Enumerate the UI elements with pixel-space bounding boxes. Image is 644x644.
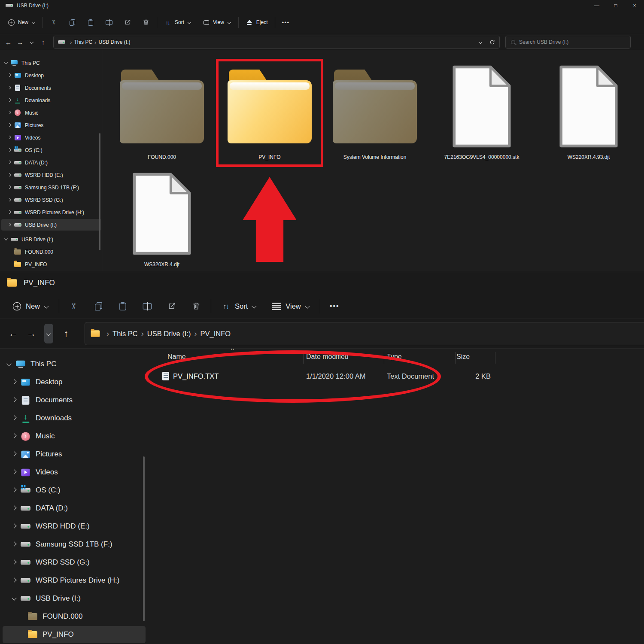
maximize-button[interactable]: □ bbox=[606, 0, 625, 11]
sidebar-item-pictures[interactable]: Pictures bbox=[3, 446, 146, 463]
paste-button[interactable] bbox=[113, 298, 133, 314]
view-button[interactable]: View bbox=[267, 298, 315, 314]
cut-button[interactable]: ✂ bbox=[64, 298, 84, 314]
sidebar-item-usb-drive-i[interactable]: USB Drive (I:) bbox=[3, 590, 146, 607]
sidebar-item-found-000[interactable]: FOUND.000 bbox=[1, 246, 101, 258]
share-button[interactable] bbox=[162, 298, 182, 314]
chevron-icon[interactable] bbox=[6, 134, 13, 141]
chevron-icon[interactable] bbox=[3, 60, 10, 67]
sidebar-item-wsrd-hdd-e[interactable]: WSRD HDD (E:) bbox=[1, 169, 101, 181]
chevron-icon[interactable] bbox=[6, 97, 13, 104]
chevron-icon[interactable] bbox=[10, 540, 20, 549]
column-divider[interactable] bbox=[455, 352, 456, 364]
file-item-ws320xr-4-djt[interactable]: WS320XR.4.djt bbox=[112, 166, 211, 267]
chevron-icon[interactable] bbox=[10, 504, 20, 513]
chevron-icon[interactable] bbox=[10, 522, 20, 531]
sidebar-item-pictures[interactable]: Pictures bbox=[1, 119, 101, 131]
sidebar-item-wsrd-ssd-g[interactable]: WSRD SSD (G:) bbox=[3, 554, 146, 571]
chevron-icon[interactable] bbox=[6, 85, 13, 91]
forward-button[interactable]: → bbox=[14, 36, 26, 48]
sidebar-item-documents[interactable]: Documents bbox=[3, 392, 146, 409]
new-button[interactable]: New bbox=[7, 298, 54, 314]
column-divider[interactable] bbox=[495, 352, 495, 364]
sidebar-item-wsrd-pictures-drive-h[interactable]: WSRD Pictures Drive (H:) bbox=[1, 207, 101, 218]
chevron-icon[interactable] bbox=[10, 431, 20, 441]
sort-button[interactable]: ↑↓ Sort bbox=[216, 298, 262, 314]
search-box[interactable] bbox=[505, 36, 631, 49]
chevron-icon[interactable] bbox=[6, 159, 13, 166]
chevron-icon[interactable] bbox=[6, 109, 13, 116]
sidebar-item-desktop[interactable]: Desktop bbox=[1, 70, 101, 81]
address-bar[interactable]: › This PC › USB Drive (I:) › PV_INFO bbox=[85, 322, 644, 345]
refresh-icon[interactable] bbox=[489, 39, 495, 45]
share-button[interactable] bbox=[120, 16, 135, 28]
sidebar-item-wsrd-pictures-drive-h[interactable]: WSRD Pictures Drive (H:) bbox=[3, 572, 146, 589]
forward-button[interactable]: → bbox=[22, 323, 40, 344]
sidebar-item-pv-info[interactable]: PV_INFO bbox=[1, 258, 101, 270]
cut-button[interactable]: ✂ bbox=[46, 16, 61, 28]
sidebar-item-videos[interactable]: Videos bbox=[3, 464, 146, 481]
more-button[interactable]: ••• bbox=[278, 17, 294, 28]
address-dropdown-icon[interactable] bbox=[478, 40, 483, 44]
sidebar-item-samsung-ssd-1tb-f[interactable]: Samsung SSD 1TB (F:) bbox=[1, 182, 101, 193]
sidebar-item-usb-drive-i[interactable]: USB Drive (I:) bbox=[1, 219, 101, 231]
sidebar-item-wsrd-hdd-e[interactable]: WSRD HDD (E:) bbox=[3, 518, 146, 535]
sidebar-item-data-d[interactable]: DATA (D:) bbox=[1, 157, 101, 168]
rename-button[interactable] bbox=[137, 298, 157, 314]
sidebar-item-documents[interactable]: Documents bbox=[1, 82, 101, 94]
breadcrumb-this-pc[interactable]: › This PC bbox=[68, 39, 92, 46]
sidebar-item-pv-info[interactable]: PV_INFO bbox=[3, 626, 146, 643]
sidebar-item-os-c[interactable]: OS (C:) bbox=[1, 144, 101, 156]
breadcrumb-usb-drive-i[interactable]: › USB Drive (I:) bbox=[138, 329, 191, 338]
column-header-size[interactable]: Size bbox=[456, 350, 470, 363]
sidebar-item-this-pc[interactable]: This PC bbox=[3, 355, 146, 373]
chevron-icon[interactable] bbox=[6, 72, 13, 79]
sidebar-item-desktop[interactable]: Desktop bbox=[3, 374, 146, 391]
sidebar-item-usb-drive-i[interactable]: USB Drive (I:) bbox=[1, 234, 101, 245]
file-item-found-000[interactable]: FOUND.000 bbox=[112, 59, 211, 160]
minimize-button[interactable]: — bbox=[587, 0, 606, 11]
paste-button[interactable] bbox=[83, 16, 98, 28]
chevron-icon[interactable] bbox=[6, 261, 13, 268]
chevron-icon[interactable] bbox=[10, 395, 20, 405]
sidebar-item-samsung-ssd-1tb-f[interactable]: Samsung SSD 1TB (F:) bbox=[3, 536, 146, 553]
chevron-icon[interactable] bbox=[10, 377, 20, 387]
file-item-7e2163og9vls4-00000000-stk[interactable]: 7E2163OG9VLS4_00000000.stk bbox=[432, 59, 531, 160]
breadcrumb-pv-info[interactable]: › PV_INFO bbox=[191, 329, 231, 338]
chevron-icon[interactable] bbox=[10, 558, 20, 567]
sidebar-item-os-c[interactable]: OS (C:) bbox=[3, 482, 146, 499]
sidebar-item-videos[interactable]: Videos bbox=[1, 132, 101, 143]
sidebar-item-this-pc[interactable]: This PC bbox=[1, 57, 101, 69]
sidebar-item-downloads[interactable]: Downloads bbox=[1, 94, 101, 106]
sidebar-item-found-000[interactable]: FOUND.000 bbox=[3, 608, 146, 625]
chevron-icon[interactable] bbox=[10, 594, 20, 603]
file-item-system-volume-information[interactable]: System Volume Information bbox=[325, 59, 424, 160]
recent-locations-button[interactable] bbox=[26, 36, 37, 48]
copy-button[interactable] bbox=[88, 298, 108, 314]
chevron-icon[interactable] bbox=[6, 184, 13, 191]
eject-button[interactable]: Eject bbox=[242, 16, 272, 28]
chevron-icon[interactable] bbox=[6, 147, 13, 154]
copy-button[interactable] bbox=[64, 16, 80, 28]
file-item-ws220xr-4-93-djt[interactable]: WS220XR.4.93.djt bbox=[539, 59, 638, 160]
rename-button[interactable] bbox=[101, 16, 117, 28]
breadcrumb-usb-drive-i[interactable]: › USB Drive (I:) bbox=[92, 39, 130, 46]
chevron-icon[interactable] bbox=[10, 450, 20, 459]
sidebar-item-wsrd-ssd-g[interactable]: WSRD SSD (G:) bbox=[1, 194, 101, 206]
sort-button[interactable]: ↑↓ Sort bbox=[160, 16, 195, 28]
chevron-icon[interactable] bbox=[6, 249, 13, 255]
recent-locations-button[interactable] bbox=[44, 324, 53, 343]
up-button[interactable]: ↑ bbox=[37, 36, 49, 48]
sidebar-item-data-d[interactable]: DATA (D:) bbox=[3, 500, 146, 517]
chevron-icon[interactable] bbox=[10, 576, 20, 585]
sidebar-scrollbar[interactable] bbox=[143, 456, 145, 621]
chevron-icon[interactable] bbox=[10, 486, 20, 495]
chevron-icon[interactable] bbox=[6, 197, 13, 204]
delete-button[interactable] bbox=[186, 298, 206, 314]
back-button[interactable]: ← bbox=[4, 323, 22, 344]
back-button[interactable]: ← bbox=[3, 36, 14, 48]
sidebar-scrollbar[interactable] bbox=[99, 133, 100, 250]
chevron-icon[interactable] bbox=[10, 413, 20, 423]
chevron-icon[interactable] bbox=[6, 172, 13, 179]
more-button[interactable]: ••• bbox=[325, 299, 344, 313]
